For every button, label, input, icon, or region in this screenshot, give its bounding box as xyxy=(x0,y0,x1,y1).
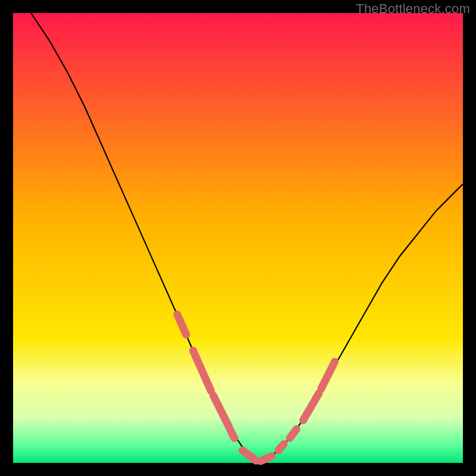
plot-background xyxy=(13,13,463,463)
highlight-segment xyxy=(278,444,284,450)
watermark-label: TheBottleneck.com xyxy=(356,1,470,17)
chart-container: TheBottleneck.com xyxy=(0,0,476,476)
highlight-segment xyxy=(230,430,234,439)
highlight-segment xyxy=(261,456,272,461)
bottleneck-chart xyxy=(0,0,476,476)
highlight-segment xyxy=(290,429,296,438)
